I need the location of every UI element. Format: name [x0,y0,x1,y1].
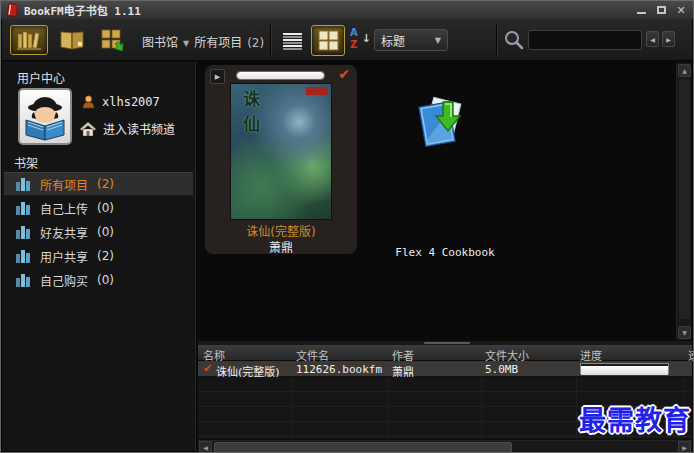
left-arrow-icon: ◀ [203,444,208,451]
sidebar-item-label: 自己上传 [40,200,88,217]
sort-a-icon: A [350,28,358,38]
maximize-button[interactable] [654,4,668,17]
sort-field-value: 标题 [381,32,405,49]
scroll-up-button[interactable]: ▲ [678,64,691,77]
open-book-icon [59,31,85,50]
book-title: 诛仙(完整版) [205,222,357,239]
sort-field-dropdown[interactable]: 标题 ▼ [374,29,448,51]
vertical-scrollbar-thumb[interactable] [679,79,690,319]
down-arrow-icon: ▼ [682,329,687,336]
scroll-right-button[interactable]: ▶ [678,441,691,453]
minimize-icon [637,12,646,14]
progress-fill [581,366,668,375]
book-author: 萧鼎 [205,238,357,255]
app-logo-red-book-icon [6,3,19,17]
sidebar-item-count: (0) [97,225,114,239]
list-view-button[interactable] [279,28,306,54]
user-center-label: 用户中心 [17,69,65,86]
blue-books-icon [16,178,31,191]
file-item[interactable]: Flex 4 Cookbook [394,84,496,256]
library-grid: ▶ ✔ 诛仙 诛仙(完整版) 萧鼎 [198,62,692,341]
minimize-button[interactable] [634,4,648,17]
home-icon [80,122,96,136]
toolbar-separator [270,24,271,55]
grid-view-button[interactable] [311,25,345,56]
grid-view-icon [318,30,339,51]
reading-view-button[interactable] [56,27,88,54]
selected-check-icon[interactable]: ✔ [338,66,350,82]
scroll-down-button[interactable]: ▼ [678,326,691,339]
sidebar: 用户中心 xlhs2007 [2,62,197,451]
progress-fill [237,72,324,79]
play-icon: ▶ [215,73,220,81]
sort-order-button[interactable]: A Z ↓ [348,27,370,54]
horizontal-scrollbar-thumb[interactable] [214,442,512,453]
toolbar-separator [496,24,497,55]
breadcrumb-item-count: (2) [247,36,264,50]
search-next-button[interactable]: ▶ [662,31,675,47]
sidebar-item-count: (2) [97,249,114,263]
horizontal-scrollbar[interactable]: ◀ ▶ [198,440,692,453]
sidebar-item-friend-shared[interactable]: 好友共享 (0) [4,220,193,244]
sidebar-item-count: (0) [97,201,114,215]
watermark-text: 最需教育 [579,399,691,438]
file-item-label: Flex 4 Cookbook [384,246,506,259]
blue-books-icon [16,274,31,287]
scroll-left-button[interactable]: ◀ [199,441,212,453]
table-header-row: 名称 文件名 作者 文件大小 进度 速度 [198,345,692,361]
table-row[interactable]: ✔ 诛仙(完整版) 112626.bookfm 萧鼎 5.0MB [198,361,692,377]
window-title: BookFM电子书包 1.11 [24,2,141,18]
username: xlhs2007 [102,95,160,109]
title-bar: BookFM电子书包 1.11 ✕ [1,1,693,19]
bookshelf-list: 所有项目 (2) 自己上传 (0) 好友共享 (0) [4,172,193,292]
chevron-down-icon: ▼ [183,39,189,48]
reading-channel-label: 进入读书频道 [103,120,175,137]
row-check-icon[interactable]: ✔ [203,362,212,375]
import-books-button[interactable] [96,27,130,54]
book-download-progress [236,71,325,80]
close-icon: ✕ [676,5,685,16]
up-arrow-icon: ▲ [682,67,687,74]
reading-channel-link[interactable]: 进入读书频道 [80,120,175,137]
vertical-scrollbar[interactable]: ▲ ▼ [676,63,691,340]
sidebar-item-self-uploaded[interactable]: 自己上传 (0) [4,196,193,220]
column-divider [292,377,293,438]
breadcrumb-library[interactable]: 图书馆 [142,36,178,50]
user-avatar[interactable] [18,88,72,145]
card-expand-button[interactable]: ▶ [210,69,225,84]
cover-title: 诛仙 [238,90,263,140]
left-arrow-icon: ◀ [650,36,655,43]
sidebar-item-label: 所有项目 [40,176,88,193]
search-prev-button[interactable]: ◀ [646,31,659,47]
blue-books-icon [16,226,31,239]
breadcrumb-current-item: 所有项目 [194,36,242,50]
sidebar-item-self-purchased[interactable]: 自己购买 (0) [4,268,193,292]
cell-size: 5.0MB [485,363,518,376]
right-arrow-icon: ▶ [682,444,687,451]
sort-z-icon: Z [350,40,357,50]
close-button[interactable]: ✕ [674,4,688,17]
cell-filename: 112626.bookfm [296,363,382,376]
book-cover: 诛仙 [231,84,331,219]
add-book-grid-icon [101,29,126,52]
reading-scholar-avatar-icon [22,93,68,141]
cell-progress-bar [580,363,669,374]
sidebar-item-all-items[interactable]: 所有项目 (2) [4,172,193,196]
search-icon [503,29,525,51]
blue-books-icon [16,250,31,263]
sidebar-item-user-shared[interactable]: 用户共享 (2) [4,244,193,268]
download-file-icon [414,94,470,156]
bookshelf-label: 书架 [14,154,38,171]
sidebar-item-label: 自己购买 [40,272,88,289]
splitter-handle[interactable] [424,342,470,344]
blue-books-icon [16,202,31,215]
main-toolbar: 图书馆▼所有项目(2) A Z ↓ [2,19,692,61]
search-input[interactable] [528,30,642,50]
bookshelf-view-button[interactable] [10,25,48,55]
app-window: BookFM电子书包 1.11 ✕ [0,0,694,453]
book-card[interactable]: ▶ ✔ 诛仙 诛仙(完整版) 萧鼎 [205,65,357,254]
user-id-line: xlhs2007 [82,95,160,109]
sidebar-item-label: 好友共享 [40,224,88,241]
table-row[interactable] [198,377,692,392]
bookshelf-icon [17,31,41,50]
